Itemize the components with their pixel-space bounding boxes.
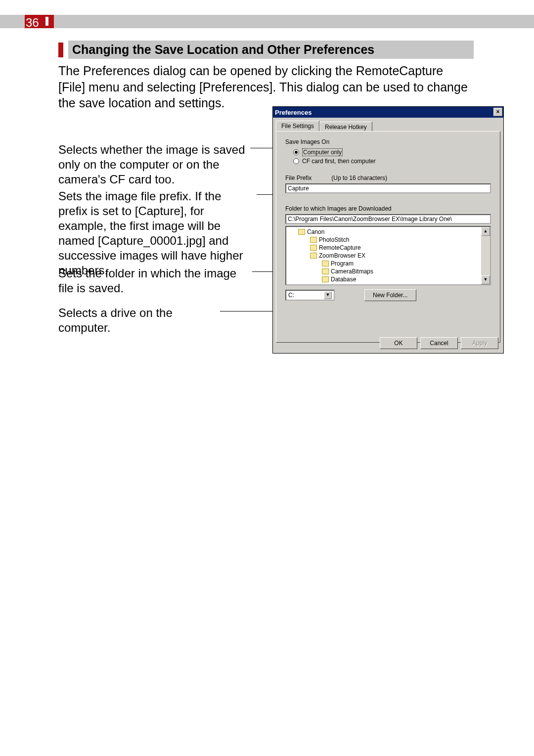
callout-save-on: Selects whether the image is saved only … xyxy=(58,142,247,187)
folder-tree[interactable]: Canon PhotoStitch RemoteCapture ZoomBrow… xyxy=(285,226,491,285)
tree-node[interactable]: ZoomBrowser EX xyxy=(319,252,365,260)
tab-panel: Save Images On Computer only CF card fir… xyxy=(276,131,500,343)
scroll-up-icon[interactable]: ▲ xyxy=(481,227,490,236)
cancel-button[interactable]: Cancel xyxy=(420,337,458,349)
tree-node[interactable]: CameraBitmaps xyxy=(331,267,373,275)
chevron-down-icon: ▼ xyxy=(324,291,332,299)
folder-icon xyxy=(298,229,305,235)
radio-cf-first[interactable]: CF card first, then computer xyxy=(293,158,491,165)
ok-button[interactable]: OK xyxy=(380,337,417,349)
callout-prefix: Sets the image file prefix. If the prefi… xyxy=(58,189,253,278)
header-band xyxy=(0,15,534,28)
new-folder-button[interactable]: New Folder... xyxy=(364,289,416,301)
page-num-tick xyxy=(45,17,48,26)
drive-select-value: C: xyxy=(288,292,294,299)
folder-icon xyxy=(310,253,317,259)
cancel-label: Cancel xyxy=(430,340,448,347)
tree-node[interactable]: PhotoStitch xyxy=(319,236,349,244)
dialog-titlebar[interactable]: Preferences × xyxy=(273,107,503,118)
radio-icon xyxy=(293,158,299,164)
page-number: 36 xyxy=(26,16,39,30)
folder-path-input[interactable] xyxy=(285,214,491,224)
tab-release-hotkey[interactable]: Release Hotkey xyxy=(319,122,372,132)
folder-open-icon xyxy=(322,284,329,285)
close-icon: × xyxy=(496,108,499,115)
drive-select[interactable]: C: ▼ xyxy=(285,290,335,301)
radio-icon xyxy=(293,149,299,155)
tab-strip: File Settings Release Hotkey xyxy=(276,121,500,131)
radio-computer-only-label: Computer only xyxy=(302,148,343,156)
tab-file-settings[interactable]: File Settings xyxy=(276,121,319,131)
new-folder-label: New Folder... xyxy=(373,292,408,299)
leader-line xyxy=(220,311,279,311)
intro-paragraph: The Preferences dialog can be opened by … xyxy=(58,63,469,111)
folder-icon xyxy=(310,237,317,243)
callout-drive: Selects a drive on the computer. xyxy=(58,306,226,335)
folder-icon xyxy=(322,276,329,282)
folder-icon xyxy=(310,245,317,251)
tree-node[interactable]: RemoteCapture xyxy=(319,244,361,252)
section-heading: Changing the Save Location and Other Pre… xyxy=(68,41,474,59)
file-prefix-input[interactable] xyxy=(285,183,491,193)
tree-scrollbar[interactable]: ▲ ▼ xyxy=(481,227,490,284)
file-prefix-label: File Prefix xyxy=(285,175,312,181)
file-prefix-hint: (Up to 16 characters) xyxy=(331,175,387,181)
close-button[interactable]: × xyxy=(493,108,502,116)
tree-node-selected[interactable]: Image Library One xyxy=(331,283,380,285)
tree-node[interactable]: Program xyxy=(331,260,354,267)
dialog-title: Preferences xyxy=(275,109,312,116)
tree-node[interactable]: Database xyxy=(331,275,356,283)
folder-label: Folder to which Images are Downloaded xyxy=(285,205,392,212)
folder-icon xyxy=(322,261,329,267)
heading-accent xyxy=(58,43,63,57)
radio-cf-first-label: CF card first, then computer xyxy=(302,158,376,165)
callout-folder: Sets the folder in which the image file … xyxy=(58,266,251,296)
group-save-label: Save Images On xyxy=(285,138,491,145)
tree-node[interactable]: Canon xyxy=(307,228,324,236)
radio-computer-only[interactable]: Computer only xyxy=(293,148,491,156)
scroll-down-icon[interactable]: ▼ xyxy=(481,275,490,284)
apply-label: Apply xyxy=(472,340,487,347)
folder-icon xyxy=(322,268,329,274)
apply-button[interactable]: Apply xyxy=(461,337,498,349)
preferences-dialog: Preferences × File Settings Release Hotk… xyxy=(272,106,504,354)
ok-label: OK xyxy=(394,340,402,347)
